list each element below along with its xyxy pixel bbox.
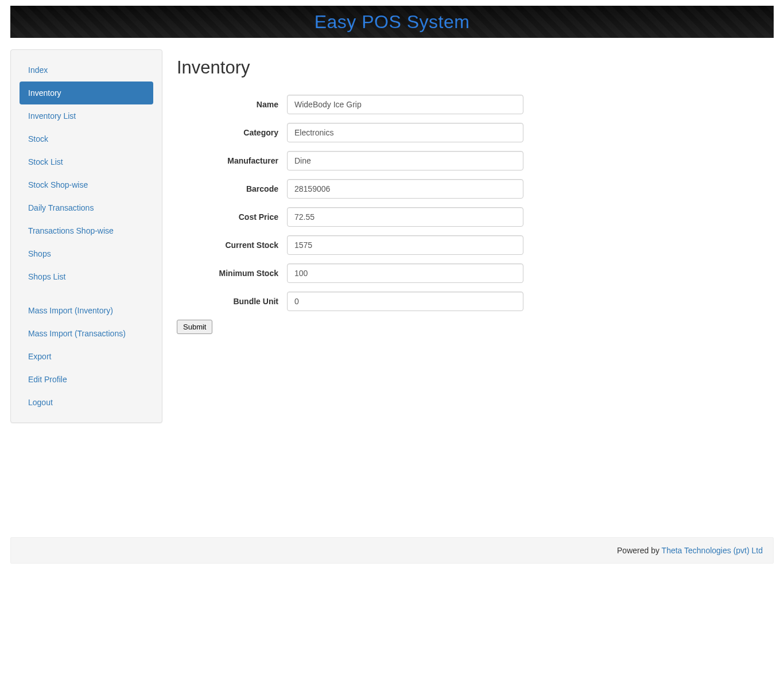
cost-price-field[interactable] (287, 207, 523, 227)
label-barcode: Barcode (177, 183, 287, 195)
main-content: Inventory Name Category Manufacturer Bar… (162, 49, 774, 334)
sidebar-item-stock-shop-wise[interactable]: Stock Shop-wise (20, 173, 153, 196)
current-stock-field[interactable] (287, 235, 523, 255)
sidebar-item-daily-transactions[interactable]: Daily Transactions (20, 196, 153, 219)
sidebar-item-stock-list[interactable]: Stock List (20, 150, 153, 173)
sidebar-item-inventory[interactable]: Inventory (20, 82, 153, 104)
sidebar-item-export[interactable]: Export (20, 345, 153, 368)
sidebar-item-stock[interactable]: Stock (20, 127, 153, 150)
sidebar-item-index[interactable]: Index (20, 59, 153, 82)
sidebar-item-transactions-shop-wise[interactable]: Transactions Shop-wise (20, 219, 153, 242)
label-cost-price: Cost Price (177, 211, 287, 223)
sidebar-item-shops[interactable]: Shops (20, 242, 153, 265)
page-title: Inventory (177, 55, 774, 80)
sidebar-item-logout[interactable]: Logout (20, 391, 153, 414)
category-field[interactable] (287, 123, 523, 142)
bundle-unit-field[interactable] (287, 292, 523, 311)
submit-button[interactable]: Submit (177, 320, 212, 334)
minimum-stock-field[interactable] (287, 263, 523, 283)
label-current-stock: Current Stock (177, 239, 287, 251)
footer-company-link[interactable]: Theta Technologies (pvt) Ltd (662, 546, 763, 555)
inventory-form: Name Category Manufacturer Barcode Cost … (177, 95, 774, 334)
sidebar-divider (20, 293, 153, 294)
label-manufacturer: Manufacturer (177, 155, 287, 166)
sidebar-item-mass-import-inventory[interactable]: Mass Import (Inventory) (20, 299, 153, 322)
barcode-field[interactable] (287, 179, 523, 199)
footer-powered-by: Powered by (617, 546, 662, 555)
label-minimum-stock: Minimum Stock (177, 267, 287, 279)
manufacturer-field[interactable] (287, 151, 523, 170)
label-category: Category (177, 127, 287, 138)
sidebar-item-inventory-list[interactable]: Inventory List (20, 104, 153, 127)
name-field[interactable] (287, 95, 523, 114)
footer: Powered by Theta Technologies (pvt) Ltd (10, 537, 774, 564)
sidebar-item-edit-profile[interactable]: Edit Profile (20, 368, 153, 391)
app-header: Easy POS System (10, 6, 774, 38)
sidebar-item-mass-import-transactions[interactable]: Mass Import (Transactions) (20, 322, 153, 345)
app-title: Easy POS System (315, 11, 470, 32)
sidebar: Index Inventory Inventory List Stock Sto… (10, 49, 162, 423)
label-bundle-unit: Bundle Unit (177, 296, 287, 307)
label-name: Name (177, 99, 287, 110)
sidebar-item-shops-list[interactable]: Shops List (20, 265, 153, 288)
